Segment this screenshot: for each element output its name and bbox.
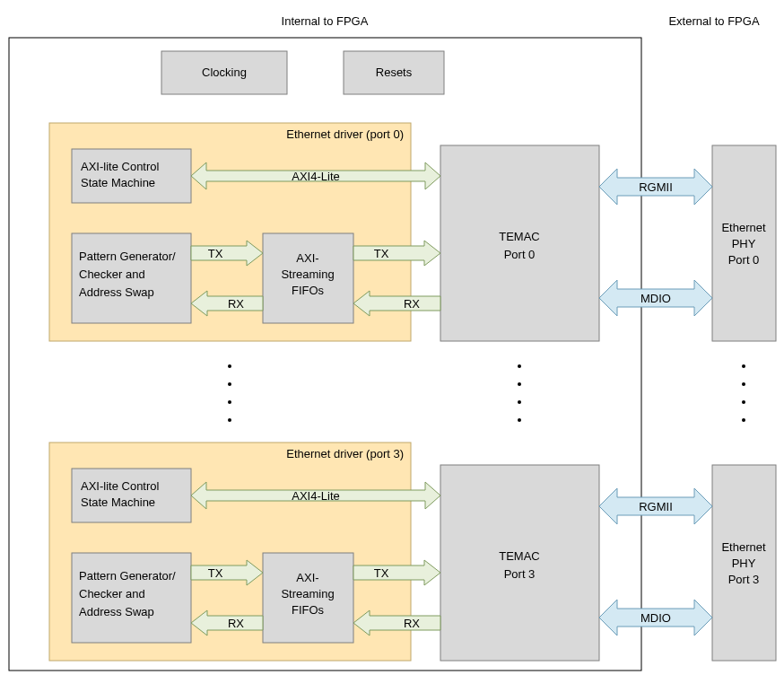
internal-label: Internal to FPGA xyxy=(282,14,369,28)
svg-point-0 xyxy=(228,364,231,368)
svg-point-3 xyxy=(228,418,231,422)
tx-label-1-p0: TX xyxy=(208,247,223,260)
rx-label-1-p0: RX xyxy=(228,297,244,311)
phy-l1-p0: Ethernet xyxy=(721,221,766,234)
ellipsis-right xyxy=(742,364,745,422)
svg-point-8 xyxy=(742,364,745,368)
fifo-l1-p3: AXI- xyxy=(296,571,318,584)
phy-port3-label: Port 3 xyxy=(728,573,760,586)
temac-label-p3: TEMAC xyxy=(499,549,540,563)
rx-label-2-p0: RX xyxy=(404,297,420,311)
axi4lite-label-p3: AXI4-Lite xyxy=(292,489,339,503)
svg-point-11 xyxy=(742,418,745,422)
temac-label-p0: TEMAC xyxy=(499,230,540,243)
external-label: External to FPGA xyxy=(668,14,759,28)
fifo-l3-p0: FIFOs xyxy=(292,284,325,297)
ellipsis-mid xyxy=(518,364,521,422)
fifo-l3-p3: FIFOs xyxy=(292,603,325,617)
phy-l2-p3: PHY xyxy=(732,557,756,570)
rx-label-1-p3: RX xyxy=(228,617,244,630)
patgen-l3-p3: Address Swap xyxy=(79,605,154,618)
axi-lite-ctrl-l1-p3: AXI-lite Control xyxy=(81,479,160,493)
axi-lite-ctrl-l2-p0: State Machine xyxy=(81,176,155,189)
temac-port3-label: Port 3 xyxy=(504,567,536,581)
mdio-label-p3: MDIO xyxy=(640,611,671,625)
phy-l2-p0: PHY xyxy=(732,237,756,250)
temac-p0 xyxy=(440,145,599,341)
phy-l1-p3: Ethernet xyxy=(721,540,766,554)
svg-point-6 xyxy=(518,400,521,404)
svg-point-2 xyxy=(228,400,231,404)
fifo-l2-p3: Streaming xyxy=(281,587,334,600)
driver-port0-title: Ethernet driver (port 0) xyxy=(286,127,404,141)
rgmii-label-p3: RGMII xyxy=(639,500,673,513)
patgen-l2-p3: Checker and xyxy=(79,587,145,600)
patgen-l3-p0: Address Swap xyxy=(79,285,154,299)
svg-point-10 xyxy=(742,400,745,404)
fifo-l2-p0: Streaming xyxy=(281,267,334,281)
tx-label-1-p3: TX xyxy=(208,566,223,580)
patgen-l1-p0: Pattern Generator/ xyxy=(79,250,176,263)
axi4lite-label-p0: AXI4-Lite xyxy=(292,170,339,183)
fifo-l1-p0: AXI- xyxy=(296,251,318,265)
ellipsis-left xyxy=(228,364,231,422)
svg-point-1 xyxy=(228,382,231,386)
axi-lite-ctrl-l2-p3: State Machine xyxy=(81,495,155,509)
svg-point-4 xyxy=(518,364,521,368)
resets-label: Resets xyxy=(376,66,413,79)
rgmii-label-p0: RGMII xyxy=(639,180,673,194)
tx-label-2-p3: TX xyxy=(374,566,389,580)
svg-point-7 xyxy=(518,418,521,422)
phy-port0-label: Port 0 xyxy=(728,253,760,267)
tx-label-2-p0: TX xyxy=(374,247,389,260)
rx-label-2-p3: RX xyxy=(404,617,420,630)
temac-port0-label: Port 0 xyxy=(504,248,536,261)
svg-point-5 xyxy=(518,382,521,386)
svg-point-9 xyxy=(742,382,745,386)
axi-lite-ctrl-l1-p0: AXI-lite Control xyxy=(81,160,160,173)
patgen-l1-p3: Pattern Generator/ xyxy=(79,569,176,583)
mdio-label-p0: MDIO xyxy=(640,292,671,305)
patgen-l2-p0: Checker and xyxy=(79,267,145,281)
driver-port3-title: Ethernet driver (port 3) xyxy=(286,447,404,460)
temac-p3 xyxy=(440,465,599,661)
clocking-label: Clocking xyxy=(202,66,247,79)
